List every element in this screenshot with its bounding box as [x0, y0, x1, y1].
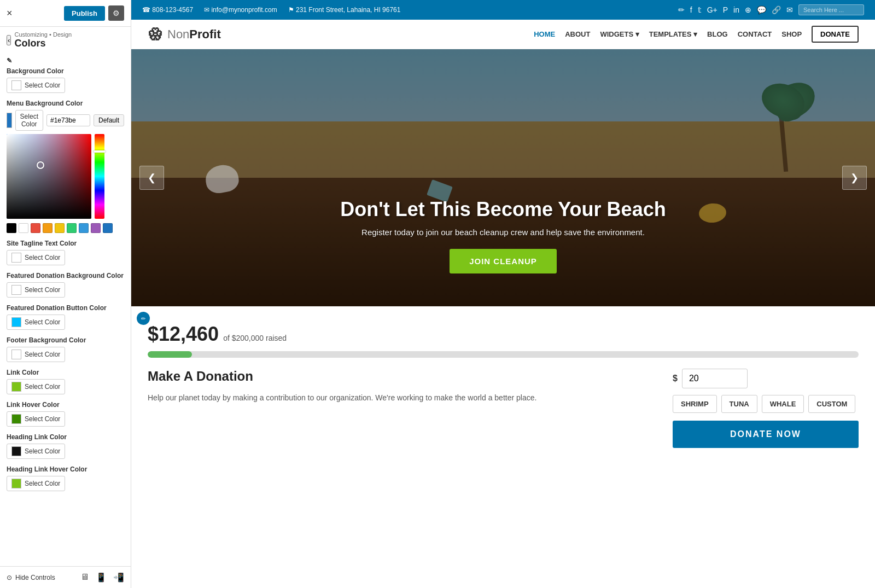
preset-orange[interactable] [43, 223, 52, 233]
featured-donation-bg-section: Featured Donation Background Color Selec… [7, 272, 124, 298]
preset-purple[interactable] [91, 223, 101, 233]
preset-red[interactable] [31, 223, 40, 233]
site-logo: 🏵 NonProfit [148, 25, 221, 43]
panel-footer: ⊙ Hide Controls 🖥 📱 📲 [0, 566, 131, 588]
featured-donation-bg-swatch [11, 285, 21, 295]
background-color-btn[interactable]: Select Color [7, 78, 65, 93]
link-hover-color-btn[interactable]: Select Color [7, 411, 65, 427]
footer-bg-swatch [11, 350, 21, 359]
tablet-icon[interactable]: 📱 [96, 572, 107, 583]
featured-donation-btn-color-btn[interactable]: Select Color [7, 315, 65, 330]
nav-item-templates[interactable]: TEMPLATES ▾ [649, 30, 697, 38]
publish-button[interactable]: Publish [64, 6, 105, 21]
dollar-sign: $ [673, 374, 678, 383]
nav-item-home[interactable]: HOME [534, 30, 555, 38]
nav-donate-button[interactable]: DONATE [812, 26, 859, 43]
search-input[interactable] [798, 4, 864, 15]
link-color-btn-label: Select Color [25, 383, 60, 391]
preset-white[interactable] [19, 223, 28, 233]
hide-controls-icon: ⊙ [7, 574, 12, 581]
twitter-icon[interactable]: 𝕥 [698, 5, 702, 14]
hero-section: ❮ ❯ Don't Let This Become Your Beach Reg… [131, 49, 875, 306]
nav-item-blog[interactable]: BLOG [707, 30, 728, 38]
progress-bar-container [148, 351, 859, 358]
link-hover-btn-label: Select Color [25, 415, 60, 423]
featured-donation-btn-label: Select Color [25, 318, 60, 326]
featured-donation-bg-btn[interactable]: Select Color [7, 282, 65, 298]
logo-icon: 🏵 [148, 25, 163, 43]
menu-bg-color-label: Menu Background Color [7, 100, 124, 107]
hero-prev-button[interactable]: ❮ [139, 166, 164, 190]
preset-shrimp[interactable]: SHRIMP [673, 395, 717, 413]
footer-bg-color-btn[interactable]: Select Color [7, 347, 65, 362]
heading-link-color-label: Heading Link Color [7, 433, 124, 441]
preset-darkblue[interactable] [103, 223, 113, 233]
googleplus-icon[interactable]: G+ [707, 5, 718, 14]
preset-black[interactable] [7, 223, 16, 233]
site-preview: ☎ 808-123-4567 ✉ info@mynonprofit.com ⚑ … [131, 0, 875, 588]
link-icon[interactable]: 🔗 [772, 5, 781, 14]
breadcrumb-text: Customizing • Design [14, 31, 72, 38]
link-hover-color-section: Link Hover Color Select Color [7, 401, 124, 427]
tagline-color-btn[interactable]: Select Color [7, 250, 65, 265]
donation-amount-input[interactable] [682, 369, 748, 388]
mail-icon[interactable]: ✉ [786, 5, 793, 14]
heading-link-hover-btn-label: Select Color [25, 480, 60, 487]
pinterest-icon[interactable]: P [723, 5, 728, 14]
hue-slider[interactable] [95, 134, 104, 219]
preset-green[interactable] [67, 223, 77, 233]
color-picker [7, 134, 124, 219]
tagline-swatch [11, 253, 21, 263]
preset-blue[interactable] [79, 223, 89, 233]
nav-item-contact[interactable]: CONTACT [738, 30, 772, 38]
link-color-section: Link Color Select Color [7, 369, 124, 394]
close-button[interactable]: × [7, 8, 13, 19]
featured-donation-bg-label: Featured Donation Background Color [7, 272, 124, 280]
hero-next-button[interactable]: ❯ [842, 166, 867, 190]
hide-controls-label: Hide Controls [15, 574, 55, 581]
preset-custom[interactable]: CUSTOM [808, 395, 855, 413]
chat-icon[interactable]: 💬 [757, 5, 766, 14]
picker-dot[interactable] [37, 161, 44, 169]
back-button[interactable]: ‹ [7, 35, 11, 45]
menu-bg-hex-input[interactable] [46, 114, 90, 126]
hero-subtitle: Register today to join our beach cleanup… [131, 228, 875, 237]
donation-right: $ SHRIMP TUNA WHALE CUSTOM DONATE NOW [673, 369, 859, 448]
featured-donation-btn-color-label: Featured Donation Button Color [7, 304, 124, 312]
preset-yellow[interactable] [55, 223, 65, 233]
menu-bg-color-section: Menu Background Color Select Color Defau… [7, 100, 124, 233]
heading-link-color-btn[interactable]: Select Color [7, 444, 65, 459]
link-color-btn[interactable]: Select Color [7, 379, 65, 394]
progress-bar-fill [148, 351, 192, 358]
donate-now-button[interactable]: DONATE NOW [673, 421, 859, 448]
preset-whale[interactable]: WHALE [762, 395, 804, 413]
background-color-section: ✎ Background Color Select Color [7, 57, 124, 93]
breadcrumb: ‹ Customizing • Design Colors [0, 27, 131, 51]
globe-icon[interactable]: ⊕ [745, 5, 751, 14]
menu-bg-default-btn[interactable]: Default [94, 114, 124, 126]
email-text: ✉ info@mynonprofit.com [204, 6, 277, 14]
color-gradient[interactable] [7, 134, 91, 219]
heading-link-hover-swatch [11, 479, 21, 488]
nav-item-about[interactable]: ABOUT [565, 30, 590, 38]
color-presets [7, 223, 124, 233]
amount-raised-row: $12,460 of $200,000 raised [148, 323, 859, 346]
nav-item-widgets[interactable]: WIDGETS ▾ [600, 30, 639, 38]
donation-edit-icon[interactable]: ✏ [137, 312, 150, 325]
raised-sub: of $200,000 raised [223, 334, 287, 342]
nav-menu: HOME ABOUT WIDGETS ▾ TEMPLATES ▾ BLOG CO… [534, 26, 859, 43]
raised-amount: $12,460 [148, 323, 219, 346]
facebook-icon[interactable]: f [690, 5, 692, 14]
customizer-panel: × Publish ⚙ ‹ Customizing • Design Color… [0, 0, 131, 588]
menu-bg-select-btn[interactable]: Select Color [15, 110, 43, 131]
desktop-icon[interactable]: 🖥 [80, 572, 89, 583]
hue-indicator [94, 150, 106, 153]
hide-controls[interactable]: ⊙ Hide Controls [7, 574, 55, 581]
heading-link-hover-btn[interactable]: Select Color [7, 476, 65, 491]
gear-button[interactable]: ⚙ [108, 5, 124, 21]
preset-tuna[interactable]: TUNA [721, 395, 757, 413]
hero-cta-button[interactable]: JOIN CLEANUP [450, 249, 557, 273]
linkedin-icon[interactable]: in [733, 5, 739, 14]
mobile-icon[interactable]: 📲 [113, 572, 124, 583]
nav-item-shop[interactable]: SHOP [781, 30, 802, 38]
